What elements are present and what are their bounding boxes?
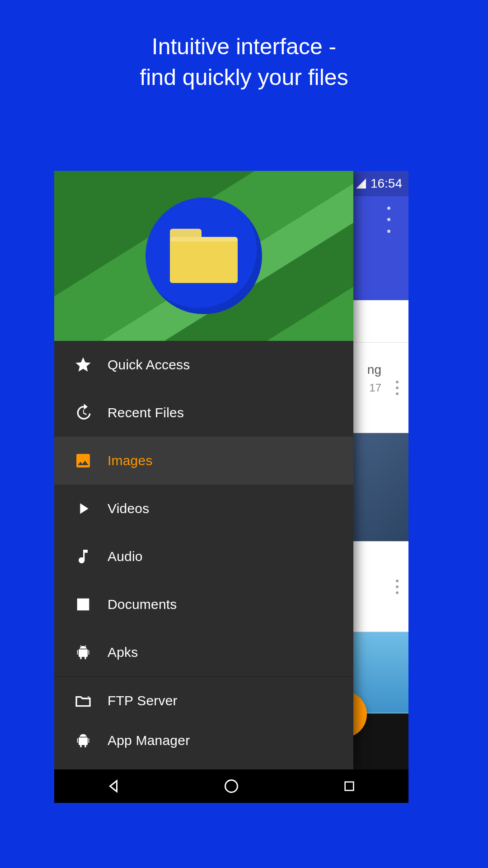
status-time: 16:54 (371, 176, 402, 191)
drawer-item-label: Apks (108, 645, 138, 660)
nav-recents-button[interactable] (338, 775, 361, 797)
drawer-item-quick-access[interactable]: Quick Access (54, 341, 353, 389)
star-icon (67, 356, 99, 374)
android-nav-bar (54, 769, 408, 803)
list-item-label-fragment: ng (367, 363, 381, 377)
drawer-item-apks[interactable]: Apks (54, 628, 353, 676)
headline-line-1: Intuitive interface - (152, 34, 337, 59)
drawer-item-label: Images (108, 453, 153, 468)
svg-point-0 (225, 780, 237, 793)
image-icon (67, 452, 99, 470)
nav-home-button[interactable] (220, 775, 243, 797)
list-item-overflow[interactable] (396, 381, 399, 395)
play-icon (67, 500, 99, 518)
drawer-header (54, 171, 353, 341)
drawer-item-ftp-server[interactable]: FTP Server (54, 677, 353, 725)
drawer-item-label: App Manager (108, 733, 190, 748)
headline-line-2: find quickly your files (140, 65, 348, 90)
drawer-item-label: Documents (108, 597, 177, 612)
drawer-item-label: FTP Server (108, 693, 178, 708)
list-item-overflow[interactable] (396, 580, 399, 594)
android-icon (67, 731, 99, 750)
drawer-item-documents[interactable]: Documents (54, 580, 353, 628)
drawer-item-list: Quick Access Recent Files Images Videos (54, 341, 353, 769)
app-logo (145, 198, 262, 314)
drawer-item-recent-files[interactable]: Recent Files (54, 389, 353, 437)
android-icon (67, 643, 99, 661)
drawer-item-label: Quick Access (108, 357, 190, 373)
drawer-item-app-manager[interactable]: App Manager (54, 725, 353, 756)
drawer-item-videos[interactable]: Videos (54, 485, 353, 533)
signal-icon (356, 179, 366, 189)
list-item-date-fragment: 17 (369, 382, 381, 394)
history-icon (67, 404, 99, 422)
folder-icon (170, 229, 238, 283)
folder-share-icon (67, 692, 99, 710)
drawer-item-label: Recent Files (108, 405, 184, 420)
overflow-menu-button[interactable] (379, 203, 399, 237)
drawer-item-label: Audio (108, 549, 143, 564)
svg-rect-1 (345, 782, 354, 791)
drawer-item-label: Videos (108, 501, 149, 516)
music-note-icon (67, 547, 99, 566)
promo-headline: Intuitive interface - find quickly your … (0, 32, 488, 93)
document-icon (67, 595, 99, 613)
nav-back-button[interactable] (102, 775, 125, 797)
drawer-item-images[interactable]: Images (54, 437, 353, 485)
device-frame: 16:54 ng 17 (54, 171, 408, 803)
navigation-drawer: Quick Access Recent Files Images Videos (54, 171, 353, 769)
drawer-item-audio[interactable]: Audio (54, 533, 353, 580)
